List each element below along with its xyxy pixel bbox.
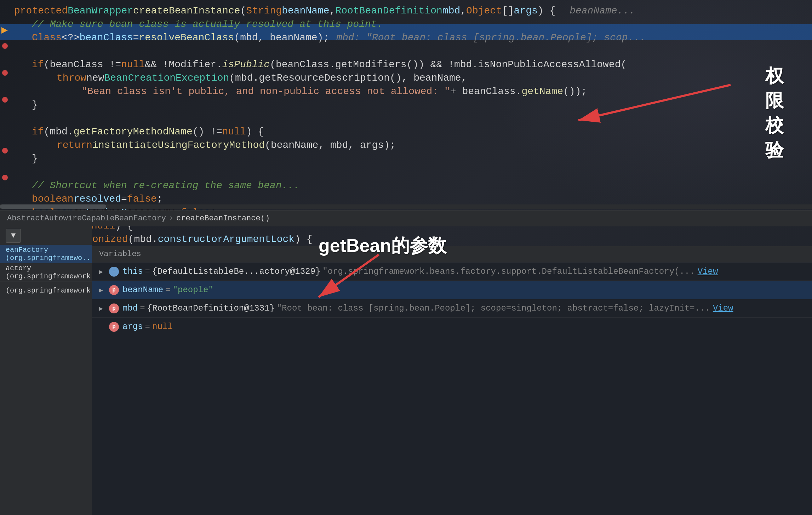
breakpoint-5[interactable] (2, 175, 8, 180)
breakpoint-1[interactable] (2, 43, 8, 49)
breakpoint-2[interactable] (2, 70, 8, 76)
var-link-this[interactable]: View (698, 267, 718, 276)
var-eq-beanname: = (165, 285, 170, 295)
var-value-mbd: {RootBeanDefinition@1331} (147, 303, 275, 313)
var-icon-mbd: p (109, 303, 119, 313)
dropdown-button[interactable]: ▼ (6, 229, 21, 243)
code-line-1: protected BeanWrapper createBeanInstance… (0, 4, 812, 18)
code-line-15: boolean resolved = false ; (0, 192, 812, 206)
code-line-13 (0, 166, 812, 179)
code-line-5: if (beanClass != null && !Modifier. isPu… (0, 58, 812, 71)
getbean-arrow (290, 251, 467, 322)
gutter (0, 0, 10, 226)
svg-line-11 (319, 255, 379, 297)
var-name-beanname: beanName (122, 285, 163, 295)
left-panel: ▼ eanFactory (org.springframewo... actor… (0, 226, 92, 515)
getbean-annotation: getBean的参数 (319, 233, 446, 258)
stack-frame-1-label: eanFactory (org.springframewo... (6, 246, 95, 262)
var-expand-beanname[interactable]: ▶ (99, 286, 106, 294)
stack-frame-3[interactable]: (org.springframework.beans.f... (0, 282, 92, 300)
svg-line-1 (578, 85, 731, 120)
quanxian-arrow (508, 78, 755, 141)
var-link-mbd[interactable]: View (713, 303, 733, 313)
breakpoint-3[interactable] (2, 97, 8, 103)
breadcrumb-class: AbstractAutowireCapableBeanFactory (7, 214, 166, 223)
var-eq-this: = (145, 267, 150, 276)
var-eq-mbd: = (140, 303, 145, 313)
code-line-4 (0, 45, 812, 58)
breakpoint-4[interactable] (2, 148, 8, 154)
debug-arrow (1, 27, 8, 34)
var-name-this: this (122, 267, 143, 276)
breadcrumb-method: createBeanInstance() (176, 214, 270, 223)
var-eq-args: = (145, 322, 150, 331)
var-icon-beanname: p (109, 285, 119, 295)
left-panel-dropdown: ▼ (0, 226, 92, 245)
var-expand-args: ▶ (99, 323, 106, 331)
var-name-args: args (122, 322, 143, 331)
var-icon-args: p (109, 322, 119, 332)
stack-frame-2[interactable]: actory (org.springframework.bean... (0, 263, 92, 282)
var-name-mbd: mbd (122, 303, 138, 313)
breadcrumb-bar: AbstractAutowireCapableBeanFactory › cre… (0, 210, 812, 226)
variables-header-label: Variables (99, 250, 141, 259)
var-value-beanname: "people" (173, 285, 213, 295)
var-icon-this: ≡ (109, 267, 119, 277)
code-line-3: Class <?> beanClass = resolveBeanClass (… (0, 31, 812, 45)
var-value-args: null (152, 322, 173, 331)
dropdown-arrow: ▼ (11, 231, 16, 240)
stack-frame-1[interactable]: eanFactory (org.springframewo... (0, 245, 92, 263)
code-line-12: } (0, 152, 812, 166)
var-expand-mbd[interactable]: ▶ (99, 305, 106, 312)
var-expand-this[interactable]: ▶ (99, 268, 106, 276)
code-line-14: // Shortcut when re-creating the same be… (0, 179, 812, 192)
code-line-2: // Make sure bean class is actually reso… (0, 18, 812, 31)
quanxian-label: 权限校验 (765, 64, 784, 163)
breadcrumb-separator: › (169, 214, 173, 223)
